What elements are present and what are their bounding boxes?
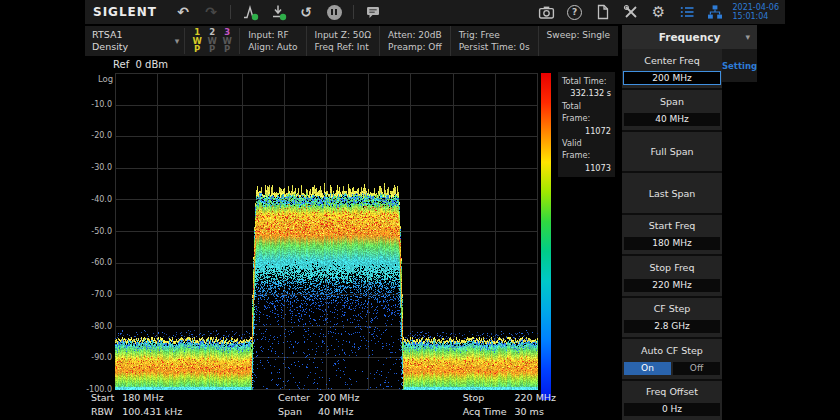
panel-item-label: Span <box>622 90 722 112</box>
panel-item-start-freq[interactable]: Start Freq180 MHz <box>622 215 722 256</box>
status-bar: RTSA1 Density ▾ 1WP2WP3WP Input: RFAlign… <box>85 26 618 56</box>
panel-item-label: CF Step <box>622 298 722 320</box>
pause-icon[interactable] <box>324 2 344 22</box>
panel-item-label: Freq Offset <box>622 381 722 403</box>
frequency-panel: Frequency ▾ Setting Center Freq200 MHzSp… <box>622 25 757 420</box>
density-colorbar <box>541 73 551 400</box>
center-freq-label: Center <box>278 391 310 405</box>
trace-indicators[interactable]: 1WP2WP3WP <box>185 26 239 56</box>
trace-2[interactable]: 2WP <box>207 28 217 54</box>
y-tick: -20.0 <box>85 131 112 140</box>
undo-icon[interactable]: ↶ <box>173 2 193 22</box>
trace-2-row3: P <box>209 45 215 54</box>
spectrum-display: Ref 0 dBm Log -10.0-20.0-30.0-40.0-50.0-… <box>85 56 620 420</box>
toolbar: SIGLENT ↶ ↷ ↺ ? ⚙ <box>85 0 785 24</box>
panel-item-auto-cf-step[interactable]: Auto CF StepOnOff <box>622 339 722 380</box>
toggle-option-off[interactable]: Off <box>673 362 720 375</box>
panel-item-value[interactable]: 2.8 GHz <box>624 320 720 333</box>
y-tick: -10.0 <box>85 100 112 109</box>
time-text: 15:01:04 <box>733 12 780 21</box>
info-label: Total Frame: <box>562 100 611 125</box>
y-tick: -50.0 <box>85 227 112 236</box>
chevron-down-icon: ▾ <box>175 35 180 47</box>
panel-item-last-span[interactable]: Last Span <box>622 173 722 214</box>
y-tick: -70.0 <box>85 290 112 299</box>
panel-item-value[interactable]: 220 MHz <box>624 279 720 292</box>
toggle-option-on[interactable]: On <box>624 362 671 375</box>
rbw-value: 100.431 kHz <box>122 405 182 419</box>
info-value: 11073 <box>562 162 611 174</box>
panel-item-value[interactable]: 0 Hz <box>624 403 720 416</box>
panel-item-label: Stop Freq <box>622 256 722 278</box>
help-icon[interactable]: ? <box>565 2 585 22</box>
y-tick: -40.0 <box>85 195 112 204</box>
spectrum-plot[interactable] <box>115 73 538 390</box>
toolbar-divider <box>230 5 231 19</box>
segment-line2: Align: Auto <box>248 41 297 53</box>
start-freq-label: Start <box>91 391 114 405</box>
segment-line1: Input Z: 50Ω <box>315 29 372 41</box>
stop-freq-label: Stop <box>463 391 507 405</box>
list-icon[interactable] <box>677 2 697 22</box>
file-icon[interactable] <box>593 2 613 22</box>
panel-item-label: Last Span <box>622 173 722 212</box>
camera-icon[interactable] <box>537 2 557 22</box>
gear-icon[interactable]: ⚙ <box>649 2 669 22</box>
status-segment-sweep: Sweep: Single <box>538 26 618 56</box>
on-off-toggle: OnOff <box>624 362 720 375</box>
panel-item-center-freq[interactable]: Center Freq200 MHz <box>622 49 722 90</box>
panel-item-value[interactable]: 180 MHz <box>624 237 720 250</box>
brand-logo: SIGLENT <box>93 5 157 19</box>
panel-item-label: Full Span <box>622 132 722 171</box>
panel-title: Frequency <box>659 31 720 43</box>
trace-3[interactable]: 3WP <box>222 28 232 54</box>
panel-item-label: Center Freq <box>622 49 722 71</box>
mode-dropdown[interactable]: RTSA1 Density ▾ <box>85 26 184 56</box>
acq-time-label: Acq Time <box>463 405 507 419</box>
date-text: 2021-04-06 <box>733 3 780 12</box>
segment-line1: Atten: 20dB <box>388 29 442 41</box>
redo-icon: ↷ <box>201 2 221 22</box>
replay-icon[interactable]: ↺ <box>296 2 316 22</box>
segment-line2: Freq Ref: Int <box>315 41 372 53</box>
panel-item-freq-offset[interactable]: Freq Offset0 Hz <box>622 381 722 420</box>
y-tick: -30.0 <box>85 163 112 172</box>
mode-trace-type: Density <box>92 41 170 53</box>
info-label: Total Time: <box>562 75 611 87</box>
y-tick: -60.0 <box>85 258 112 267</box>
chevron-down-icon: ▾ <box>745 32 750 42</box>
info-value: 11072 <box>562 125 611 137</box>
panel-item-label: Auto CF Step <box>622 339 722 361</box>
info-label: Valid Frame: <box>562 137 611 162</box>
panel-item-value[interactable]: 40 MHz <box>624 113 720 126</box>
segment-line2: Preamp: Off <box>388 41 442 53</box>
segment-line1: Sweep: Single <box>547 29 610 41</box>
panel-item-stop-freq[interactable]: Stop Freq220 MHz <box>622 256 722 297</box>
rbw-label: RBW <box>91 405 114 419</box>
panel-item-span[interactable]: Span40 MHz <box>622 90 722 131</box>
panel-item-full-span[interactable]: Full Span <box>622 132 722 173</box>
center-freq-value: 200 MHz <box>318 391 359 405</box>
trace-3-row3: P <box>224 45 230 54</box>
status-segment-atten: Atten: 20dBPreamp: Off <box>379 26 450 56</box>
status-segment-trig: Trig: FreePersist Time: 0s <box>450 26 538 56</box>
tab-setting[interactable]: Setting <box>722 49 757 82</box>
tools-icon[interactable] <box>621 2 641 22</box>
acquisition-info: Total Time:332.132 sTotal Frame:11072Val… <box>558 72 615 177</box>
status-segment-input: Input: RFAlign: Auto <box>240 26 305 56</box>
segment-line1: Input: RF <box>248 29 297 41</box>
panel-item-cf-step[interactable]: CF Step2.8 GHz <box>622 298 722 339</box>
panel-title-dropdown[interactable]: Frequency ▾ <box>622 25 757 49</box>
message-icon[interactable] <box>363 2 383 22</box>
panel-menu: Center Freq200 MHzSpan40 MHzFull SpanLas… <box>622 49 722 420</box>
panel-item-value[interactable]: 200 MHz <box>623 71 721 85</box>
status-segments: Input: RFAlign: AutoInput Z: 50ΩFreq Ref… <box>240 26 618 56</box>
span-label: Span <box>278 405 310 419</box>
peak-search-icon[interactable] <box>240 2 260 22</box>
lan-icon[interactable] <box>705 2 725 22</box>
trace-1[interactable]: 1WP <box>192 28 202 54</box>
y-tick: -90.0 <box>85 353 112 362</box>
auto-tune-icon[interactable] <box>268 2 288 22</box>
panel-item-label: Start Freq <box>622 215 722 237</box>
stop-freq-value: 220 MHz <box>515 391 556 405</box>
